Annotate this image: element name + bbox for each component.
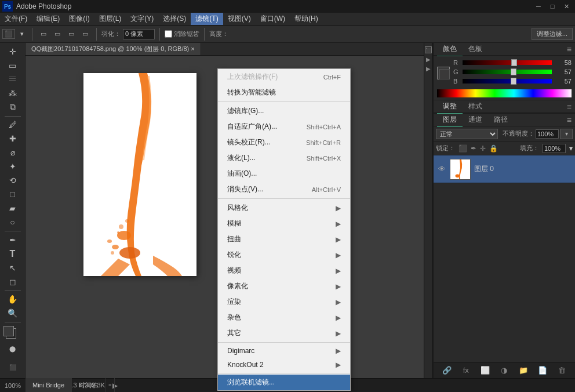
tool-eraser[interactable]: □ — [3, 188, 22, 201]
icon-bar-btn1[interactable]: ⬛ — [425, 46, 432, 53]
fm-liquify[interactable]: 液化(L)... Shift+Ctrl+X — [218, 150, 350, 166]
r-track[interactable] — [463, 60, 552, 65]
tool-path-select[interactable]: ↖ — [3, 262, 22, 274]
g-thumb[interactable] — [511, 68, 516, 75]
tool-pen[interactable]: ✒ — [3, 234, 22, 246]
opacity-input[interactable] — [536, 129, 559, 139]
fm-lens-correction[interactable]: 镜头校正(R)... Shift+Ctrl+R — [218, 135, 350, 150]
tool-move[interactable]: ✛ — [3, 45, 22, 58]
minimize-button[interactable]: ─ — [532, 1, 545, 12]
tool-brush[interactable]: ⌀ — [3, 146, 22, 159]
tool-lasso[interactable]: 𝄘 — [3, 73, 22, 86]
fm-browse-online[interactable]: 浏览联机滤镜... — [218, 375, 350, 390]
maximize-button[interactable]: □ — [546, 1, 559, 12]
bottom-tab-minbridge[interactable]: Mini Bridge — [26, 378, 72, 392]
blend-mode-select[interactable]: 正常 — [436, 129, 498, 139]
add-style-button[interactable]: fx — [460, 365, 472, 376]
layers-panel-menu[interactable]: ≡ — [567, 115, 572, 125]
lock-all-icon[interactable]: 🔒 — [489, 144, 498, 153]
menu-filter[interactable]: 滤镜(T) — [191, 13, 223, 25]
tab-channels[interactable]: 通道 — [463, 113, 488, 127]
fm-adaptive-wide[interactable]: 自适应广角(A)... Shift+Ctrl+A — [218, 119, 350, 135]
tool-eyedropper[interactable]: 🖉 — [3, 118, 22, 131]
menu-view[interactable]: 视图(V) — [223, 13, 256, 25]
tool-hand[interactable]: ✋ — [3, 293, 22, 306]
lock-paint-icon[interactable]: ✒ — [471, 144, 476, 153]
fm-distort[interactable]: 扭曲 ▶ — [218, 231, 350, 247]
tab-color[interactable]: 颜色 — [437, 42, 463, 56]
fm-oil-paint[interactable]: 油画(O)... — [218, 166, 350, 182]
feather-input[interactable] — [123, 29, 155, 39]
link-layers-button[interactable]: 🔗 — [441, 365, 453, 376]
color-swatches-tool[interactable] — [3, 326, 22, 339]
lock-transparent-icon[interactable]: ⬛ — [458, 144, 467, 153]
tab-swatches[interactable]: 色板 — [463, 42, 488, 56]
menu-image[interactable]: 图像(I) — [64, 13, 94, 25]
new-layer-button[interactable]: 📄 — [537, 365, 548, 376]
tab-layers[interactable]: 图层 — [437, 113, 463, 127]
canvas-tab-main[interactable]: QQ截图20171017084758.png @ 100% (图层 0, RGB… — [26, 43, 201, 55]
g-track[interactable] — [463, 70, 552, 74]
fm-filter-gallery[interactable]: 滤镜库(G)... — [218, 103, 350, 119]
toolbar-shape4[interactable]: ▭ — [79, 29, 92, 39]
r-thumb[interactable] — [511, 59, 517, 66]
fill-input[interactable] — [543, 144, 566, 153]
fm-noise[interactable]: 杂色 ▶ — [218, 310, 350, 325]
close-button[interactable]: ✕ — [560, 1, 573, 12]
foreground-swatch[interactable] — [437, 67, 450, 79]
fm-blur[interactable]: 模糊 ▶ — [218, 216, 350, 231]
menu-select[interactable]: 选择(S) — [158, 13, 191, 25]
color-spectrum[interactable] — [437, 89, 572, 97]
layer-item-0[interactable]: 👁 图层 0 — [434, 155, 575, 183]
opacity-arrow[interactable]: ▾ — [560, 129, 573, 139]
fm-knockout[interactable]: KnockOut 2 ▶ — [218, 358, 350, 372]
fm-stylize[interactable]: 风格化 ▶ — [218, 200, 350, 216]
fm-vanishing-point[interactable]: 消失点(V)... Alt+Ctrl+V — [218, 182, 350, 197]
tool-shape[interactable]: ◻ — [3, 275, 22, 288]
fm-digimarc[interactable]: Digimarc ▶ — [218, 344, 350, 358]
new-adjustment-button[interactable]: ◑ — [498, 365, 510, 376]
b-thumb[interactable] — [511, 78, 516, 85]
add-mask-button[interactable]: ⬜ — [479, 365, 491, 376]
tab-styles[interactable]: 样式 — [463, 100, 488, 114]
tool-dodge[interactable]: ○ — [3, 216, 22, 228]
menu-file[interactable]: 文件(F) — [0, 13, 32, 25]
delete-layer-button[interactable]: 🗑 — [556, 365, 567, 376]
tool-clone[interactable]: ✦ — [3, 160, 22, 173]
filter-dropdown-menu[interactable]: 上次滤镜操作(F) Ctrl+F 转换为智能滤镜 滤镜库(G)... 自适应广角… — [217, 68, 351, 391]
tool-spot-heal[interactable]: ✚ — [3, 132, 22, 145]
b-track[interactable] — [463, 79, 552, 84]
fm-pixelate[interactable]: 像素化 ▶ — [218, 278, 350, 294]
color-panel-menu[interactable]: ≡ — [567, 45, 572, 54]
layer-eye-icon[interactable]: 👁 — [437, 165, 446, 173]
icon-bar-btn3[interactable]: ▶ — [425, 65, 432, 72]
fm-other[interactable]: 其它 ▶ — [218, 325, 350, 341]
menu-text[interactable]: 文字(Y) — [126, 13, 158, 25]
toolbar-shape2[interactable]: ▭ — [51, 29, 64, 39]
toolbar-rect-marquee[interactable]: ⬛ — [2, 29, 15, 39]
bottom-tab-timeline[interactable]: 时间轴 — [72, 378, 105, 392]
tool-zoom[interactable]: 🔍 — [3, 307, 22, 320]
tool-text[interactable]: T — [3, 248, 22, 260]
menu-help[interactable]: 帮助(H) — [290, 13, 323, 25]
lock-position-icon[interactable]: ✛ — [480, 144, 486, 153]
fm-video[interactable]: 视频 ▶ — [218, 263, 350, 278]
tool-gradient[interactable]: ▰ — [3, 202, 22, 215]
tool-crop[interactable]: ⧉ — [3, 101, 22, 114]
menu-window[interactable]: 窗口(W) — [256, 13, 290, 25]
tool-quick-mask[interactable]: ⬤ — [3, 341, 22, 357]
antialias-checkbox[interactable] — [165, 30, 172, 38]
bottom-expand-icon[interactable]: ≡ — [105, 378, 115, 392]
tab-adjustments[interactable]: 调整 — [437, 100, 463, 114]
toolbar-shape3[interactable]: ▭ — [65, 29, 78, 39]
tool-history[interactable]: ⟲ — [3, 174, 22, 187]
tool-magic-wand[interactable]: ⁂ — [3, 87, 22, 100]
new-group-button[interactable]: 📁 — [518, 365, 529, 376]
fill-arrow[interactable]: ▾ — [569, 144, 573, 153]
menu-layer[interactable]: 图层(L) — [94, 13, 126, 25]
fm-convert-smart[interactable]: 转换为智能滤镜 — [218, 85, 350, 100]
tab-paths[interactable]: 路径 — [488, 113, 514, 127]
adj-panel-menu[interactable]: ≡ — [567, 102, 572, 111]
tool-marquee[interactable]: ▭ — [3, 59, 22, 72]
tool-screen-mode[interactable]: ⬛ — [3, 360, 22, 376]
